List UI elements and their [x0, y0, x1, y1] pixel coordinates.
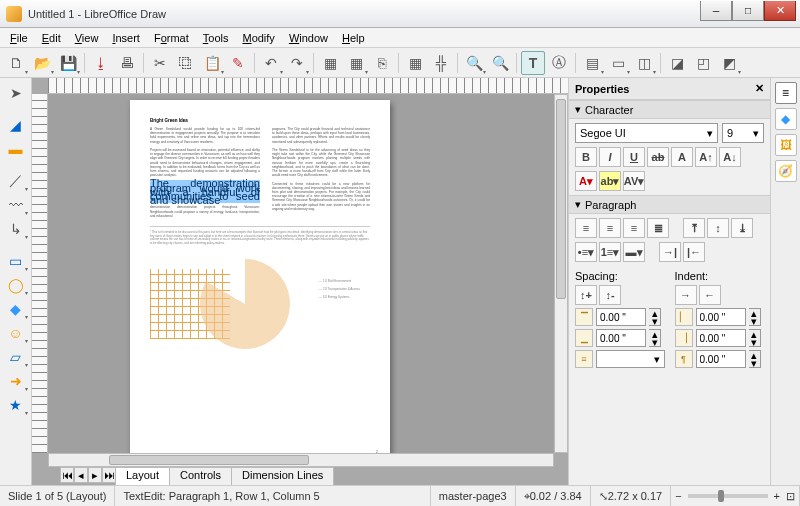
indent-before-stepper[interactable]: ▴▾	[749, 308, 761, 326]
guides-icon[interactable]: ╬	[429, 51, 453, 75]
fontwork-icon[interactable]: Ⓐ	[547, 51, 571, 75]
undo-icon[interactable]: ↶▾	[259, 51, 283, 75]
crop-icon[interactable]: ◰	[691, 51, 715, 75]
zoom-out-button[interactable]: −	[675, 490, 681, 502]
save-icon[interactable]: 💾▾	[56, 51, 80, 75]
new-icon[interactable]: 🗋▾	[4, 51, 28, 75]
dec-spacing-button[interactable]: ↕-	[599, 285, 621, 305]
page[interactable]: Bright Green Idea A Green Seedsfund woul…	[130, 100, 390, 453]
arrange-icon[interactable]: ▭▾	[606, 51, 630, 75]
valign-bottom-button[interactable]: ⤓	[731, 218, 753, 238]
menu-edit[interactable]: Edit	[36, 30, 67, 46]
menu-insert[interactable]: Insert	[106, 30, 146, 46]
tab-nav-first[interactable]: ⏮	[60, 467, 74, 483]
align-icon[interactable]: ▤▾	[580, 51, 604, 75]
inc-spacing-button[interactable]: ↕+	[575, 285, 597, 305]
tab-nav-next[interactable]: ▸	[88, 467, 102, 483]
tab-dimension-lines[interactable]: Dimension Lines	[231, 467, 334, 485]
align-center-button[interactable]: ≡	[599, 218, 621, 238]
italic-button[interactable]: I	[599, 147, 621, 167]
tab-nav-last[interactable]: ⏭	[102, 467, 116, 483]
shrink-font-button[interactable]: A↓	[719, 147, 741, 167]
clone-format-icon[interactable]: ✎	[226, 51, 250, 75]
ellipse-icon[interactable]: ◯▾	[4, 274, 28, 296]
redo-icon[interactable]: ↷▾	[285, 51, 309, 75]
bgcolor-button[interactable]: ▬▾	[623, 242, 645, 262]
char-spacing-button[interactable]: AV▾	[623, 171, 645, 191]
minimize-button[interactable]	[700, 1, 732, 21]
ruler-horizontal[interactable]	[48, 78, 568, 94]
zoom-in-button[interactable]: +	[774, 490, 780, 502]
valign-top-button[interactable]: ⤒	[683, 218, 705, 238]
extrude-icon[interactable]: ◩▾	[717, 51, 741, 75]
arrow-shape-icon[interactable]: ➜▾	[4, 370, 28, 392]
table-icon[interactable]: ▦▾	[344, 51, 368, 75]
scrollbar-horizontal[interactable]	[48, 453, 554, 467]
paragraph-section-header[interactable]: ▾ Paragraph	[569, 195, 770, 214]
zoom-icon[interactable]: 🔍▾	[462, 51, 486, 75]
indent-after-stepper[interactable]: ▴▾	[749, 329, 761, 347]
align-justify-button[interactable]: ≣	[647, 218, 669, 238]
menu-help[interactable]: Help	[336, 30, 371, 46]
font-color-button[interactable]: A▾	[575, 171, 597, 191]
export-pdf-icon[interactable]: ⭳	[89, 51, 113, 75]
underline-button[interactable]: U	[623, 147, 645, 167]
close-button[interactable]	[764, 1, 796, 21]
font-name-combo[interactable]: Segoe UI▾	[575, 123, 718, 143]
line-color-icon[interactable]: ◢	[4, 114, 28, 136]
align-right-button[interactable]: ≡	[623, 218, 645, 238]
ruler-vertical[interactable]	[32, 94, 48, 453]
image-icon[interactable]: ▦	[318, 51, 342, 75]
open-icon[interactable]: 📂▾	[30, 51, 54, 75]
textbox-icon[interactable]: T	[521, 51, 545, 75]
tab-controls[interactable]: Controls	[169, 467, 232, 485]
hyperlink-icon[interactable]: ⎘	[370, 51, 394, 75]
drawing-canvas[interactable]: Bright Green Idea A Green Seedsfund woul…	[48, 94, 554, 453]
highlighted-text[interactable]: The demonstration program would work wit…	[150, 180, 260, 203]
decrease-indent-button[interactable]: |←	[683, 242, 705, 262]
menu-format[interactable]: Format	[148, 30, 195, 46]
diamond-icon[interactable]: ◆▾	[4, 298, 28, 320]
copy-icon[interactable]: ⿻	[174, 51, 198, 75]
indent-after-input[interactable]	[696, 329, 746, 347]
align-left-button[interactable]: ≡	[575, 218, 597, 238]
line-icon[interactable]: ／▾	[4, 170, 28, 192]
shadow-text-button[interactable]: A	[671, 147, 693, 167]
flow-icon[interactable]: ▱▾	[4, 346, 28, 368]
properties-close-icon[interactable]: ✕	[755, 82, 764, 95]
grid-icon[interactable]: ▦	[403, 51, 427, 75]
scrollbar-vertical[interactable]	[554, 94, 568, 453]
sidebar-tab-shapes[interactable]: ◆	[775, 108, 797, 130]
sidebar-tab-properties[interactable]: ≡	[775, 82, 797, 104]
smiley-icon[interactable]: ☺▾	[4, 322, 28, 344]
space-below-stepper[interactable]: ▴▾	[649, 329, 661, 347]
bullets-button[interactable]: •≡▾	[575, 242, 597, 262]
star-icon[interactable]: ★▾	[4, 394, 28, 416]
space-above-stepper[interactable]: ▴▾	[649, 308, 661, 326]
menu-view[interactable]: View	[69, 30, 105, 46]
zoom-slider[interactable]	[688, 494, 768, 498]
zoom-page-icon[interactable]: 🔍	[488, 51, 512, 75]
dec-indent-button[interactable]: ←	[699, 285, 721, 305]
strike-button[interactable]: ab	[647, 147, 669, 167]
rect-icon[interactable]: ▭▾	[4, 250, 28, 272]
indent-first-input[interactable]	[696, 350, 746, 368]
shadow-icon[interactable]: ◪	[665, 51, 689, 75]
curve-icon[interactable]: 〰▾	[4, 194, 28, 216]
menu-modify[interactable]: Modify	[236, 30, 280, 46]
increase-indent-button[interactable]: →|	[659, 242, 681, 262]
connector-icon[interactable]: ↳▾	[4, 218, 28, 240]
zoom-fit-button[interactable]: ⊡	[786, 490, 795, 503]
distribute-icon[interactable]: ◫▾	[632, 51, 656, 75]
linespacing-combo[interactable]: ▾	[596, 350, 665, 368]
indent-before-input[interactable]	[696, 308, 746, 326]
tab-nav-prev[interactable]: ◂	[74, 467, 88, 483]
font-size-combo[interactable]: 9▾	[722, 123, 764, 143]
paste-icon[interactable]: 📋▾	[200, 51, 224, 75]
space-above-input[interactable]	[596, 308, 646, 326]
status-slide[interactable]: Slide 1 of 5 (Layout)	[0, 486, 115, 506]
tab-layout[interactable]: Layout	[115, 467, 170, 485]
numbering-button[interactable]: 1≡▾	[599, 242, 621, 262]
inc-indent-button[interactable]: →	[675, 285, 697, 305]
sidebar-tab-gallery[interactable]: 🖼	[775, 134, 797, 156]
